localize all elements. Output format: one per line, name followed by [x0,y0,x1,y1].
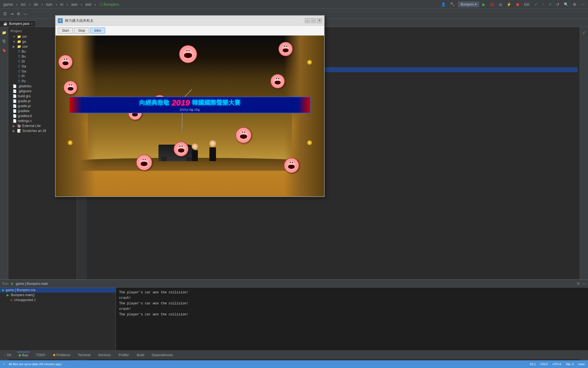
git-status-icon: ⑂ [3,362,5,366]
git-check[interactable]: ✓ [533,2,539,7]
file-icon4: 📄 [13,99,17,103]
bookmark-icon[interactable]: 🔖 [1,47,7,53]
menu-in[interactable]: in [59,2,64,7]
wall-light-6 [307,140,312,145]
coverage-icon[interactable]: ◎ [498,2,503,7]
ide-topbar: game › src › de › tum › in › ase › eist … [0,0,588,9]
face-inner-8 [237,129,250,142]
run-play-icon: ▶ [2,288,5,292]
close-button[interactable]: ✕ [317,18,322,23]
tab-todo[interactable]: TODO [34,352,47,358]
run-config-selector[interactable]: Bumpers ▾ [458,2,479,7]
user-icon[interactable]: 👤 [440,2,447,7]
tab-terminal[interactable]: Terminal [76,352,92,358]
tab-dependencies[interactable]: Dependencies [150,352,175,358]
face-inner-9 [175,143,187,155]
minus-icon[interactable]: — [23,11,29,17]
menu-sep6: › [80,2,83,7]
tab-bumpers-java[interactable]: ☕ Bumpers.java × [0,20,36,27]
structure-icon[interactable]: 🏗 [1,38,7,45]
tab-git[interactable]: ⑂ Git [2,352,13,358]
intro-button[interactable]: Intro [90,28,105,34]
run-config-name: game [:Bumpers.main [16,282,48,286]
face-bouncer-11 [284,158,299,173]
menu-ase[interactable]: ase [70,2,79,7]
search-icon[interactable]: 🔍 [563,2,570,7]
project-settings-icon[interactable]: ⚙ [16,11,21,17]
git-tab-icon: ⑂ [4,353,6,357]
tree-label-gradlepr2: gradle.pr [18,104,31,108]
tab-problems[interactable]: Problems [51,352,72,358]
branch-name[interactable]: main [578,362,585,366]
game-titlebar: ⚡ 林力建大战米粒太 — □ ✕ [56,16,324,26]
hamburger-icon[interactable]: ☰ [2,11,8,17]
banner-main-text: 向經典致敬 [139,99,169,107]
profile-icon[interactable]: ⚡ [505,2,512,7]
run-tree-unsupported[interactable]: ⚠ Unsupported J [0,297,116,302]
stop-icon[interactable]: ⏹ [515,2,521,7]
stop-button[interactable]: Stop [74,28,89,34]
console-line-4: The player's car won the collision! [119,312,585,317]
tab-profiler[interactable]: Profiler [117,352,131,358]
face-eye-8a [242,132,243,133]
face-eyes-3 [284,46,287,47]
cursor-position[interactable]: 55:1 [530,362,536,366]
run-tree-main-label: game [:Bumpers.ma [6,288,35,292]
run-settings-icon[interactable]: ⚙ [577,282,580,286]
face-eye-3b [286,46,287,47]
tree-label-gradlepr1: gradle.pr [18,99,31,103]
tree-label-bu2: Bu [22,55,26,58]
maximize-button[interactable]: □ [311,18,316,23]
notification-icon[interactable]: ✓ [581,29,587,36]
expand-icon3: ▶ [13,129,16,133]
face-inner-5 [272,76,283,87]
start-button[interactable]: Start [58,28,73,34]
more-icon[interactable]: ⋯ [580,2,586,7]
menu-tum[interactable]: tum [45,2,53,7]
face-eye-5a [276,78,277,79]
run-tree-bumpers[interactable]: ▶ :Bumpers.main() [0,293,116,297]
folder-icon3: 📁 [17,45,21,48]
project-icon[interactable]: 📁 [1,29,7,36]
tab-services[interactable]: Services [97,352,113,358]
git-arrow[interactable]: ↗ [547,2,553,7]
game-window[interactable]: ⚡ 林力建大战米粒太 — □ ✕ Start Stop Intro [55,15,325,197]
tab-size[interactable]: Tab: 4 [565,362,574,366]
expand-icon2: ▶ [13,124,16,128]
run-minimize-icon[interactable]: — [582,282,586,286]
class-icon6: C [18,74,21,78]
tab-close-icon[interactable]: × [31,22,32,25]
line-ending[interactable]: CRLF [540,362,548,366]
tab-build[interactable]: Build [135,352,146,358]
menu-bumpers[interactable]: ⬡ Bumpers [98,2,120,7]
pianist-container [192,144,198,161]
hammer-icon[interactable]: 🔨 [449,2,456,7]
face-eye-2b [188,50,190,51]
indent-icon[interactable]: ⇥ [9,11,15,17]
git-undo[interactable]: ↺ [555,2,560,7]
menu-game[interactable]: game [2,2,14,7]
run-icon[interactable]: ▶ [481,2,486,7]
run-tree-main[interactable]: ▶ game [:Bumpers.ma [0,288,116,293]
menu-eist[interactable]: eist [84,2,92,7]
menu-items: game › src › de › tum › in › ase › eist … [2,2,120,7]
face-mouth-10 [141,162,147,166]
charset[interactable]: UTF-8 [553,362,561,366]
menu-de[interactable]: de [33,2,39,7]
debug-icon[interactable]: 🐞 [489,2,496,7]
minimize-button[interactable]: — [305,18,310,23]
scratches-icon: 📝 [17,129,21,133]
tree-label-use: use [22,45,28,48]
tree-label-ga1: Ga [22,64,26,68]
game-canvas: 向經典致敬 2019 韓國國際聲樂大賽 2019년 8월 18일 [56,36,324,196]
settings-icon[interactable]: ⚙ [572,2,578,7]
run-status-icon: ▶ [11,282,13,285]
menu-src[interactable]: src [20,2,27,7]
git-up[interactable]: ↑ [541,2,545,7]
console-line-3: crash! [119,306,585,312]
face-eyes-2 [186,50,190,51]
run-panel-header: Run: ▶ game [:Bumpers.main ⚙ — [0,280,588,288]
tab-run[interactable]: Run [17,352,30,358]
face-mouth-9 [178,148,184,153]
face-inner-4 [65,82,76,93]
